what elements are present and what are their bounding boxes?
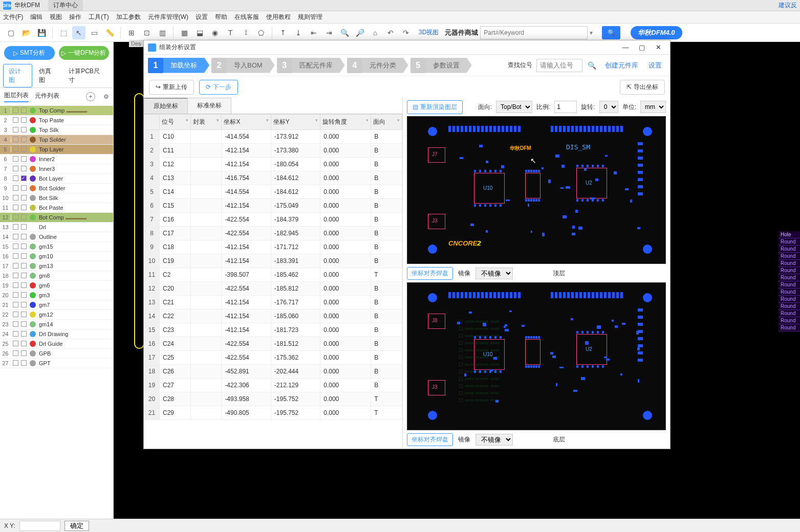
align-bottom-icon[interactable]: ⤓ (292, 26, 305, 39)
select-checkbox[interactable] (19, 117, 28, 124)
align-pads-button-bot[interactable]: 坐标对齐焊盘 (407, 433, 453, 446)
3d-view-link[interactable]: 3D视图 (419, 28, 439, 37)
column-header[interactable]: 位号▾ (160, 115, 191, 130)
layer-row[interactable]: 8 ✓ Bot Layer (0, 174, 113, 184)
wizard-step[interactable]: 2导入BOM (211, 57, 275, 74)
part-search-input[interactable] (480, 26, 588, 39)
table-row[interactable]: 12 C20 -422.554 -185.812 0.000 B (144, 282, 402, 296)
layer-row[interactable]: 15 gm15 (0, 242, 113, 252)
layer-row[interactable]: 10 Bot Silk (0, 193, 113, 203)
order-center-tab[interactable]: 订单中心 (48, 0, 83, 11)
table-row[interactable]: 20 C28 -493.958 -195.752 0.000 T (144, 392, 402, 406)
next-button[interactable]: ⟳下一步 (199, 80, 238, 95)
menu-item[interactable]: 工具(T) (89, 13, 109, 21)
layer-row[interactable]: 1 Top Comp ▬▬▬▬▬ (0, 106, 113, 116)
layer-row[interactable]: 3 Top Silk (0, 125, 113, 135)
visibility-checkbox[interactable] (11, 331, 19, 338)
layer-icon[interactable]: ▥ (156, 26, 169, 39)
wizard-step[interactable]: 3匹配元件库 (277, 57, 345, 74)
visibility-checkbox[interactable] (11, 341, 19, 347)
save-icon[interactable]: 💾 (35, 26, 48, 39)
layer-row[interactable]: 24 Drl Drawing (0, 329, 113, 339)
select-checkbox[interactable] (19, 195, 28, 202)
align-pads-button-top[interactable]: 坐标对齐焊盘 (407, 267, 453, 280)
visibility-checkbox[interactable] (11, 321, 19, 328)
table-row[interactable]: 1 C10 -414.554 -173.912 0.000 B (144, 130, 402, 144)
table-row[interactable]: 11 C2 -398.507 -185.462 0.000 T (144, 268, 402, 282)
new-icon[interactable]: ▢ (4, 26, 17, 39)
table-row[interactable]: 21 C29 -490.805 -195.752 0.000 T (144, 406, 402, 420)
select-checkbox[interactable] (19, 234, 28, 240)
menu-item[interactable]: 帮助 (215, 13, 227, 21)
layer-row[interactable]: 27 GPT (0, 359, 113, 368)
table-row[interactable]: 7 C16 -422.554 -184.379 0.000 B (144, 213, 402, 227)
visibility-checkbox[interactable] (11, 302, 19, 308)
text-icon[interactable]: T (224, 26, 237, 39)
table-row[interactable]: 2 C11 -412.154 -173.380 0.000 B (144, 144, 402, 158)
visibility-checkbox[interactable] (11, 282, 19, 289)
table-row[interactable]: 9 C18 -412.154 -171.712 0.000 B (144, 240, 402, 254)
layer-row[interactable]: 13 Drl (0, 223, 113, 232)
layer-row[interactable]: 4 Top Solder (0, 135, 113, 145)
feedback-link[interactable]: 建议反 (779, 1, 797, 10)
tab-simulation[interactable]: 仿真图 (33, 64, 62, 87)
reupload-button[interactable]: ↪重新上传 (149, 80, 194, 95)
table-row[interactable]: 10 C19 -412.154 -183.391 0.000 B (144, 254, 402, 268)
select-checkbox[interactable] (19, 350, 28, 357)
rotate-select[interactable]: 0 (599, 101, 618, 113)
select-checkbox[interactable] (19, 312, 28, 318)
export-button[interactable]: ⇱导出坐标 (620, 80, 665, 95)
menu-item[interactable]: 使用教程 (266, 13, 291, 21)
find-input[interactable] (536, 59, 582, 72)
unit-select[interactable]: mm (640, 101, 666, 113)
select-checkbox[interactable] (19, 156, 28, 163)
layer-row[interactable]: 17 gm13 (0, 261, 113, 271)
visibility-checkbox[interactable] (11, 263, 19, 270)
orient-select[interactable]: Top/Bot (496, 101, 532, 113)
column-header[interactable]: 旋转角度▾ (320, 115, 371, 130)
minimize-icon[interactable]: — (618, 42, 633, 53)
visibility-checkbox[interactable] (11, 166, 19, 172)
visibility-checkbox[interactable] (11, 137, 19, 143)
visibility-checkbox[interactable] (11, 253, 19, 260)
create-library-link[interactable]: 创建元件库 (605, 61, 638, 70)
wizard-step[interactable]: 4元件分类 (347, 57, 408, 74)
scale-input[interactable] (554, 101, 577, 113)
select-checkbox[interactable] (19, 331, 28, 338)
measure-icon[interactable]: ▭ (88, 26, 101, 39)
table-row[interactable]: 6 C15 -412.154 -175.049 0.000 B (144, 199, 402, 213)
add-icon[interactable]: + (86, 92, 95, 101)
ruler-icon[interactable]: 📏 (103, 26, 116, 39)
select-checkbox[interactable] (19, 127, 28, 134)
table-row[interactable]: 16 C24 -422.554 -181.512 0.000 B (144, 337, 402, 351)
column-header[interactable]: 面向▾ (371, 115, 402, 130)
menu-item[interactable]: 加工参数 (116, 13, 141, 21)
select-checkbox[interactable] (19, 321, 28, 328)
table-row[interactable]: 17 C25 -422.554 -175.362 0.000 B (144, 351, 402, 365)
column-header[interactable]: 封装▾ (190, 115, 222, 130)
layer-row[interactable]: 20 gm3 (0, 291, 113, 300)
component-icon[interactable]: ▦ (178, 26, 191, 39)
tab-standard-coord[interactable]: 标准坐标 (187, 98, 231, 114)
dimension-icon[interactable]: ⟟ (239, 26, 252, 39)
align-top-icon[interactable]: ⤒ (276, 26, 290, 39)
select-checkbox[interactable] (19, 282, 28, 289)
visibility-checkbox[interactable] (11, 195, 19, 202)
dfm-analysis-button[interactable]: ▷一键DFM分析 (59, 46, 110, 60)
home-icon[interactable]: ⌂ (369, 26, 382, 39)
rerender-button[interactable]: ▤重新渲染图层 (407, 100, 463, 114)
select-checkbox[interactable] (19, 146, 28, 153)
visibility-checkbox[interactable] (11, 243, 19, 250)
column-header[interactable]: 坐标X▾ (222, 115, 271, 130)
visibility-checkbox[interactable] (11, 107, 19, 114)
search-button[interactable]: 🔍 (602, 26, 620, 39)
select-checkbox[interactable] (19, 137, 28, 143)
find-button[interactable]: 🔍 (585, 59, 599, 72)
tab-original-coord[interactable]: 原始坐标 (144, 98, 188, 114)
select-checkbox[interactable] (19, 166, 28, 172)
visibility-checkbox[interactable] (11, 175, 19, 182)
layer-row[interactable]: 5 Top Layer (0, 145, 113, 154)
xy-input[interactable] (19, 521, 60, 531)
column-header[interactable]: 坐标Y▾ (271, 115, 320, 130)
wizard-step[interactable]: 1加载坐标 (148, 57, 209, 74)
